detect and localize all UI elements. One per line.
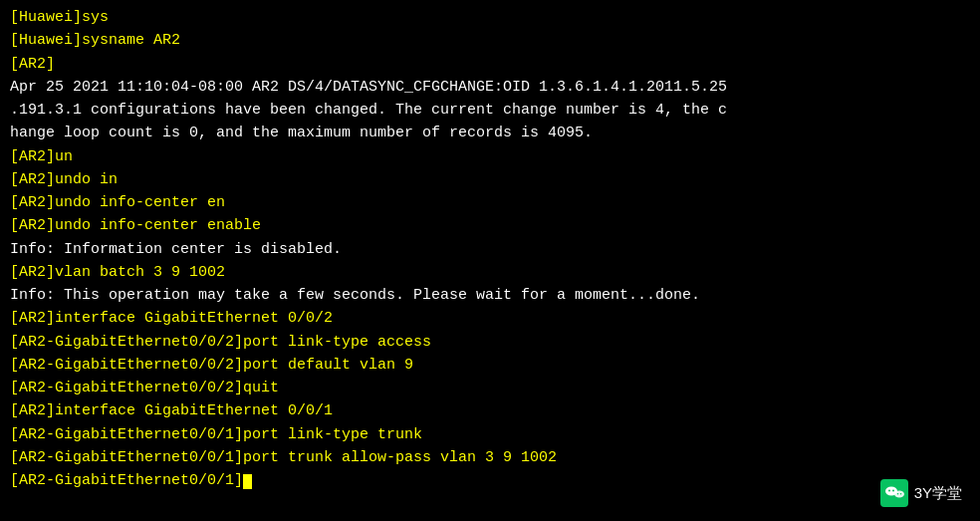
terminal-line: [AR2]interface GigabitEthernet 0/0/2 bbox=[10, 307, 970, 330]
terminal-line: Info: This operation may take a few seco… bbox=[10, 284, 970, 307]
terminal-line: Apr 25 2021 11:10:04-08:00 AR2 DS/4/DATA… bbox=[10, 76, 970, 99]
terminal-line: hange loop count is 0, and the maximum n… bbox=[10, 122, 970, 144]
terminal-line: [AR2]undo info-center enable bbox=[10, 214, 970, 237]
terminal-line: [Huawei]sysname AR2 bbox=[10, 29, 970, 52]
terminal: [Huawei]sys[Huawei]sysname AR2[AR2]Apr 2… bbox=[0, 0, 980, 521]
terminal-line: [AR2-GigabitEthernet0/0/1]port trunk all… bbox=[10, 446, 970, 469]
terminal-line: [AR2]un bbox=[10, 145, 970, 168]
terminal-line: Info: Information center is disabled. bbox=[10, 238, 970, 261]
terminal-line: [AR2]interface GigabitEthernet 0/0/1 bbox=[10, 399, 970, 422]
terminal-line: [AR2-GigabitEthernet0/0/2]port default v… bbox=[10, 354, 970, 377]
terminal-line: [AR2]vlan batch 3 9 1002 bbox=[10, 261, 970, 284]
terminal-line: [AR2-GigabitEthernet0/0/2]port link-type… bbox=[10, 331, 970, 354]
svg-point-4 bbox=[894, 491, 904, 498]
terminal-line: [AR2-GigabitEthernet0/0/2]quit bbox=[10, 377, 970, 399]
wechat-icon bbox=[880, 479, 908, 507]
terminal-cursor bbox=[243, 474, 252, 489]
svg-point-3 bbox=[892, 490, 894, 492]
svg-point-5 bbox=[896, 493, 898, 495]
svg-point-6 bbox=[899, 493, 901, 495]
watermark-label: 3Y学堂 bbox=[914, 484, 962, 503]
watermark: 3Y学堂 bbox=[880, 479, 962, 507]
terminal-line: .191.3.1 configurations have been change… bbox=[10, 99, 970, 122]
terminal-line: [AR2]undo info-center en bbox=[10, 191, 970, 214]
terminal-line: [AR2-GigabitEthernet0/0/1]port link-type… bbox=[10, 423, 970, 446]
svg-point-2 bbox=[888, 490, 890, 492]
terminal-line: [AR2] bbox=[10, 53, 970, 76]
terminal-line: [AR2]undo in bbox=[10, 168, 970, 191]
terminal-line: [AR2-GigabitEthernet0/0/1] bbox=[10, 469, 970, 492]
terminal-line: [Huawei]sys bbox=[10, 6, 970, 29]
